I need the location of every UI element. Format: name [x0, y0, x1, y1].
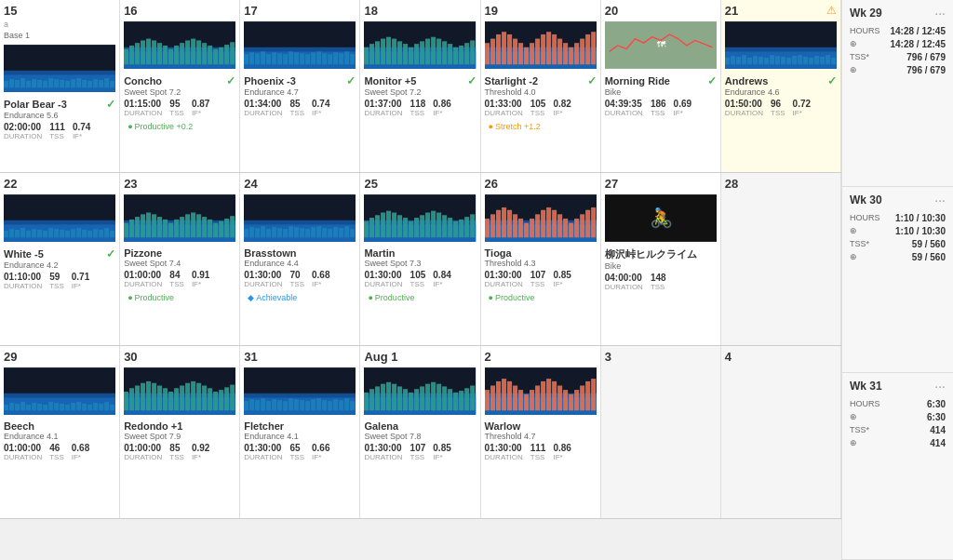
- workout-chart[interactable]: [244, 20, 356, 71]
- hours-alt-key: ⊕: [850, 412, 857, 422]
- svg-rect-198: [294, 227, 299, 237]
- workout-name[interactable]: Andrews✓: [725, 74, 837, 87]
- if-label: IF*: [72, 453, 81, 461]
- workout-stats: 01:10:00DURATION59TSS0.71IF*: [4, 272, 115, 290]
- tss-value: 111: [530, 443, 546, 453]
- duration-value: 01:34:00: [244, 99, 281, 109]
- svg-rect-340: [425, 384, 430, 411]
- svg-rect-302: [230, 385, 235, 411]
- svg-rect-306: [244, 401, 248, 410]
- workout-name[interactable]: Brasstown: [244, 247, 356, 259]
- tss-alt-value: 414: [930, 438, 946, 448]
- svg-rect-266: [37, 404, 42, 410]
- workout-chart[interactable]: [725, 20, 837, 71]
- svg-rect-246: [546, 207, 551, 237]
- workout-name[interactable]: Phoenix -3✓: [244, 74, 356, 87]
- svg-rect-30: [146, 39, 151, 65]
- workout-chart[interactable]: [124, 193, 235, 244]
- workout-chart[interactable]: [485, 193, 597, 244]
- day-number: 18: [364, 4, 476, 18]
- svg-rect-229: [460, 220, 464, 237]
- day-cell: 29BeechEndurance 4.101:00:00DURATION46TS…: [0, 346, 120, 518]
- day-cell: 16Concho✓Sweet Spot 7.201:15:00DURATION9…: [120, 0, 240, 172]
- workout-stats: 01:00:00DURATION85TSS0.92IF*: [124, 443, 235, 461]
- workout-chart[interactable]: [244, 366, 356, 417]
- svg-rect-363: [546, 379, 551, 410]
- workout-name[interactable]: Martin: [364, 247, 476, 259]
- svg-rect-146: [20, 228, 25, 237]
- svg-rect-294: [185, 383, 190, 411]
- svg-rect-60: [305, 54, 310, 64]
- if-label: IF*: [433, 280, 442, 288]
- workout-chart[interactable]: [4, 193, 115, 244]
- svg-rect-244: [535, 214, 540, 237]
- if-value: 0.86: [553, 443, 570, 453]
- svg-rect-287: [146, 381, 151, 410]
- svg-rect-52: [261, 51, 265, 64]
- svg-rect-224: [432, 211, 436, 238]
- svg-rect-152: [54, 229, 59, 237]
- svg-rect-5: [15, 80, 20, 87]
- tss-value: 85: [289, 99, 300, 109]
- workout-name[interactable]: Morning Ride✓: [605, 74, 717, 87]
- workout-chart[interactable]: 🗺: [605, 20, 717, 71]
- if-value: 0.72: [793, 99, 811, 109]
- day-number: 2: [485, 350, 597, 364]
- workout-stats: 04:00:00DURATION148TSS: [605, 273, 717, 291]
- svg-rect-365: [557, 385, 562, 410]
- workout-chart[interactable]: [485, 366, 597, 417]
- workout-chart[interactable]: [4, 366, 115, 417]
- workout-chart[interactable]: [364, 20, 476, 71]
- svg-rect-15: [71, 79, 75, 87]
- workout-chart[interactable]: [485, 20, 597, 71]
- workout-stats: 01:00:00DURATION84TSS0.91IF*: [124, 270, 235, 288]
- workout-name[interactable]: Beech: [4, 420, 115, 432]
- workout-chart[interactable]: [4, 43, 115, 94]
- svg-rect-358: [518, 390, 523, 410]
- svg-rect-21: [104, 78, 109, 87]
- workout-chart[interactable]: [124, 366, 235, 417]
- week-menu-button[interactable]: ···: [934, 379, 946, 393]
- svg-rect-236: [490, 214, 495, 237]
- sidebar-stat-hours: HOURS1:10 / 10:30: [850, 213, 946, 223]
- svg-rect-361: [535, 385, 540, 410]
- day-cell: 18Monitor +5✓Sweet Spot 7.201:37:00DURAT…: [360, 0, 480, 172]
- week-menu-button[interactable]: ···: [934, 6, 946, 20]
- week-row: 29BeechEndurance 4.101:00:00DURATION46TS…: [0, 346, 841, 519]
- svg-rect-311: [272, 399, 276, 410]
- sidebar-week: Wk 31···HOURS6:30⊕6:30TSS*414⊕414: [842, 373, 953, 560]
- svg-rect-342: [437, 384, 442, 411]
- tss-value: 111: [49, 122, 65, 132]
- workout-name[interactable]: 柳沢峠ヒルクライム: [605, 247, 717, 261]
- svg-rect-279: [110, 405, 114, 410]
- workout-name[interactable]: Pizzone: [124, 247, 235, 259]
- week-menu-button[interactable]: ···: [934, 193, 946, 207]
- if-value: 0.82: [553, 99, 570, 109]
- workout-name[interactable]: Polar Bear -3✓: [4, 98, 115, 111]
- workout-name[interactable]: Fletcher: [244, 420, 356, 432]
- workout-name[interactable]: Starlight -2✓: [485, 74, 597, 87]
- tss-value: 148: [651, 273, 666, 283]
- workout-chart[interactable]: [364, 193, 476, 244]
- svg-rect-43: [219, 47, 223, 64]
- workout-chart[interactable]: [364, 366, 476, 417]
- svg-rect-359: [524, 394, 529, 411]
- workout-name[interactable]: Monitor +5✓: [364, 74, 476, 87]
- hours-alt-key: ⊕: [850, 39, 857, 49]
- svg-rect-248: [557, 214, 562, 237]
- tss-label: TSS: [169, 109, 184, 117]
- svg-rect-190: [249, 227, 254, 237]
- svg-rect-356: [507, 381, 512, 410]
- day-cell: 24BrasstownEndurance 4.401:30:00DURATION…: [240, 173, 360, 345]
- workout-chart[interactable]: [124, 20, 235, 71]
- workout-name[interactable]: Tioga: [485, 247, 597, 259]
- workout-name[interactable]: Redondo +1: [124, 420, 235, 432]
- workout-name[interactable]: Concho✓: [124, 74, 235, 87]
- svg-rect-130: [781, 57, 785, 64]
- workout-name[interactable]: Galena: [364, 420, 476, 432]
- workout-chart[interactable]: 🚴: [605, 193, 717, 244]
- svg-rect-128: [770, 55, 774, 64]
- workout-name[interactable]: Warlow: [485, 420, 597, 432]
- workout-name[interactable]: White -5✓: [4, 247, 115, 260]
- workout-chart[interactable]: [244, 193, 356, 244]
